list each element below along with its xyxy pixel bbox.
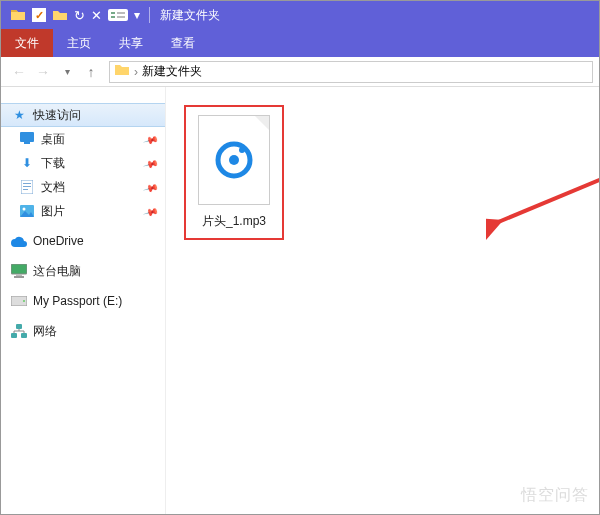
svg-rect-15 bbox=[14, 276, 24, 278]
desktop-icon bbox=[19, 132, 35, 146]
address-bar: ← → ▾ ↑ › 新建文件夹 bbox=[1, 57, 599, 87]
folder-icon bbox=[10, 7, 26, 23]
svg-rect-3 bbox=[117, 12, 125, 14]
pin-icon: 📌 bbox=[143, 131, 159, 147]
annotation-arrow bbox=[486, 123, 600, 243]
pin-icon: 📌 bbox=[143, 203, 159, 219]
ribbon-tabs: 文件 主页 共享 查看 bbox=[1, 29, 599, 57]
pin-icon: 📌 bbox=[143, 155, 159, 171]
sidebar-onedrive[interactable]: OneDrive bbox=[1, 229, 165, 253]
body: ★ 快速访问 桌面 📌 ⬇ 下载 📌 文档 📌 图片 � bbox=[1, 87, 599, 514]
tab-file[interactable]: 文件 bbox=[1, 29, 53, 57]
folder-icon bbox=[114, 62, 130, 81]
svg-line-24 bbox=[496, 123, 600, 223]
sidebar-item-pictures[interactable]: 图片 📌 bbox=[1, 199, 165, 223]
svg-rect-5 bbox=[20, 132, 34, 142]
pin-icon: 📌 bbox=[143, 179, 159, 195]
sidebar-item-label: My Passport (E:) bbox=[33, 294, 122, 308]
svg-point-17 bbox=[23, 300, 25, 302]
sidebar-item-desktop[interactable]: 桌面 📌 bbox=[1, 127, 165, 151]
tab-home[interactable]: 主页 bbox=[53, 29, 105, 57]
svg-rect-13 bbox=[11, 264, 27, 274]
address-field[interactable]: › 新建文件夹 bbox=[109, 61, 593, 83]
nav-forward-button[interactable]: → bbox=[31, 60, 55, 84]
svg-rect-20 bbox=[21, 333, 27, 338]
watermark: 悟空问答 bbox=[521, 485, 589, 506]
chevron-right-icon: › bbox=[134, 65, 138, 79]
svg-rect-18 bbox=[16, 324, 22, 329]
svg-rect-19 bbox=[11, 333, 17, 338]
tab-view[interactable]: 查看 bbox=[157, 29, 209, 57]
open-folder-icon[interactable] bbox=[52, 7, 68, 23]
svg-rect-9 bbox=[23, 186, 31, 187]
breadcrumb-segment[interactable]: 新建文件夹 bbox=[142, 63, 202, 80]
svg-rect-2 bbox=[111, 16, 115, 18]
svg-point-12 bbox=[23, 208, 26, 211]
title-bar: ↻ ✕ ▾ 新建文件夹 bbox=[1, 1, 599, 29]
audio-icon bbox=[212, 138, 256, 182]
close-icon[interactable]: ✕ bbox=[91, 8, 102, 23]
pictures-icon bbox=[19, 205, 35, 217]
network-icon bbox=[11, 324, 27, 338]
checkbox-icon[interactable] bbox=[32, 8, 46, 22]
svg-point-22 bbox=[229, 155, 239, 165]
properties-icon[interactable] bbox=[108, 9, 128, 21]
svg-rect-1 bbox=[111, 12, 115, 14]
sidebar-quick-access[interactable]: ★ 快速访问 bbox=[1, 103, 165, 127]
sidebar: ★ 快速访问 桌面 📌 ⬇ 下载 📌 文档 📌 图片 � bbox=[1, 87, 166, 514]
file-name: 片头_1.mp3 bbox=[190, 213, 278, 230]
download-icon: ⬇ bbox=[19, 156, 35, 170]
sidebar-item-documents[interactable]: 文档 📌 bbox=[1, 175, 165, 199]
nav-history-dropdown[interactable]: ▾ bbox=[55, 60, 79, 84]
sidebar-item-label: 下载 bbox=[41, 155, 65, 172]
svg-rect-14 bbox=[16, 274, 22, 276]
nav-up-button[interactable]: ↑ bbox=[79, 60, 103, 84]
svg-rect-0 bbox=[108, 9, 128, 21]
file-thumbnail bbox=[198, 115, 270, 205]
sidebar-label: 快速访问 bbox=[33, 107, 81, 124]
cloud-icon bbox=[11, 236, 27, 247]
sidebar-item-label: 图片 bbox=[41, 203, 65, 220]
drive-icon bbox=[11, 296, 27, 306]
separator bbox=[149, 7, 150, 23]
sidebar-network[interactable]: 网络 bbox=[1, 319, 165, 343]
star-icon: ★ bbox=[11, 108, 27, 122]
dropdown-icon[interactable]: ▾ bbox=[134, 8, 140, 22]
svg-rect-10 bbox=[23, 189, 28, 190]
tab-share[interactable]: 共享 bbox=[105, 29, 157, 57]
sidebar-item-label: 网络 bbox=[33, 323, 57, 340]
refresh-icon[interactable]: ↻ bbox=[74, 8, 85, 23]
document-icon bbox=[19, 180, 35, 194]
sidebar-item-label: 桌面 bbox=[41, 131, 65, 148]
svg-rect-4 bbox=[117, 16, 125, 18]
svg-rect-6 bbox=[24, 142, 30, 144]
content-area[interactable]: 片头_1.mp3 bbox=[166, 87, 599, 514]
window-title: 新建文件夹 bbox=[160, 7, 220, 24]
computer-icon bbox=[11, 264, 27, 278]
sidebar-item-downloads[interactable]: ⬇ 下载 📌 bbox=[1, 151, 165, 175]
sidebar-drive[interactable]: My Passport (E:) bbox=[1, 289, 165, 313]
svg-rect-8 bbox=[23, 183, 31, 184]
svg-point-23 bbox=[239, 147, 245, 153]
nav-back-button[interactable]: ← bbox=[7, 60, 31, 84]
sidebar-item-label: 文档 bbox=[41, 179, 65, 196]
file-item[interactable]: 片头_1.mp3 bbox=[184, 105, 284, 240]
sidebar-this-pc[interactable]: 这台电脑 bbox=[1, 259, 165, 283]
sidebar-item-label: 这台电脑 bbox=[33, 263, 81, 280]
sidebar-item-label: OneDrive bbox=[33, 234, 84, 248]
